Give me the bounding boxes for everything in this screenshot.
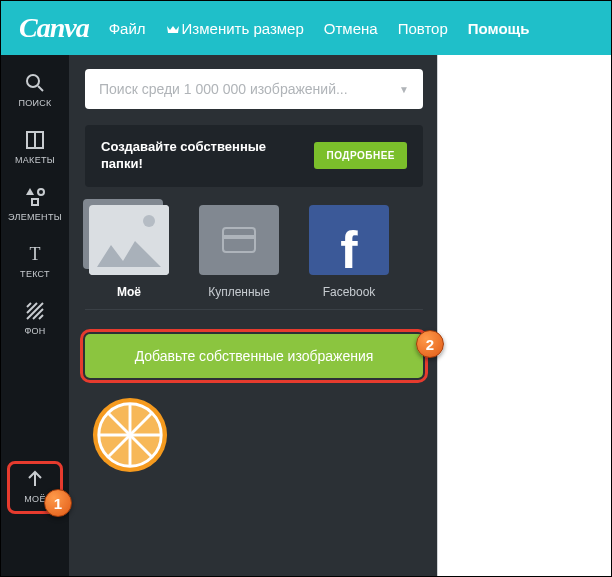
tab-my-label: Моё [117,285,141,299]
menu-undo[interactable]: Отмена [324,20,378,37]
search-placeholder: Поиск среди 1 000 000 изображений... [99,81,348,97]
rail-background-label: ФОН [24,326,45,336]
layouts-icon [25,130,45,150]
tab-my-uploads[interactable]: Моё [89,205,169,299]
main-area: ПОИСК МАКЕТЫ ЭЛЕМЕНТЫ T ТЕКСТ ФОН МОЁ [1,55,611,576]
menu-resize-label: Изменить размер [182,20,304,37]
search-input[interactable]: Поиск среди 1 000 000 изображений... ▼ [85,69,423,109]
upload-button[interactable]: Добавьте собственные изображения [85,334,423,378]
promo-more-button[interactable]: ПОДРОБНЕЕ [314,142,407,169]
search-icon [25,73,45,93]
rail-elements[interactable]: ЭЛЕМЕНТЫ [1,177,69,234]
svg-line-10 [27,303,31,307]
facebook-icon: f [309,205,389,275]
annotation-badge-1: 1 [44,489,72,517]
tab-purchased[interactable]: Купленные [199,205,279,299]
text-icon: T [25,244,45,264]
svg-point-0 [27,75,39,87]
design-canvas[interactable] [437,55,611,576]
upload-highlight: Добавьте собственные изображения [85,334,423,378]
menu-resize[interactable]: Изменить размер [166,20,304,37]
svg-line-1 [38,86,43,91]
topbar: Canva Файл Изменить размер Отмена Повтор… [1,1,611,55]
app-window: Canva Файл Изменить размер Отмена Повтор… [0,0,612,577]
image-placeholder-icon [89,205,169,275]
side-panel: Поиск среди 1 000 000 изображений... ▼ С… [69,55,437,576]
rail-layouts[interactable]: МАКЕТЫ [1,120,69,177]
logo[interactable]: Canva [19,12,89,44]
chevron-down-icon: ▼ [399,84,409,95]
tab-facebook[interactable]: f Facebook [309,205,389,299]
rail-text-label: ТЕКСТ [20,269,50,279]
rail-elements-label: ЭЛЕМЕНТЫ [8,212,62,222]
rail-text[interactable]: T ТЕКСТ [1,234,69,291]
crown-icon [166,20,180,37]
svg-rect-6 [32,199,38,205]
promo-text: Создавайте собственные папки! [101,139,271,173]
svg-marker-4 [26,188,34,195]
tab-fb-label: Facebook [323,285,376,299]
svg-point-5 [38,189,44,195]
menu-redo[interactable]: Повтор [398,20,448,37]
tab-bought-label: Купленные [208,285,270,299]
rail-layouts-label: МАКЕТЫ [15,155,55,165]
elements-icon [24,187,46,207]
uploads-tabs: Моё Купленные f Facebook [85,205,423,310]
card-icon [199,205,279,275]
rail-search[interactable]: ПОИСК [1,63,69,120]
promo-banner: Создавайте собственные папки! ПОДРОБНЕЕ [85,125,423,187]
menu-help[interactable]: Помощь [468,20,530,37]
rail-background[interactable]: ФОН [1,291,69,348]
rail-search-label: ПОИСК [18,98,51,108]
svg-line-12 [39,315,43,319]
annotation-badge-2: 2 [416,330,444,358]
svg-text:T: T [30,244,41,264]
menu-file[interactable]: Файл [109,20,146,37]
svg-marker-14 [97,241,161,267]
upload-icon [25,469,45,489]
background-icon [25,301,45,321]
orange-slice-image[interactable] [91,396,169,474]
rail-uploads-label: МОЁ [24,494,45,504]
